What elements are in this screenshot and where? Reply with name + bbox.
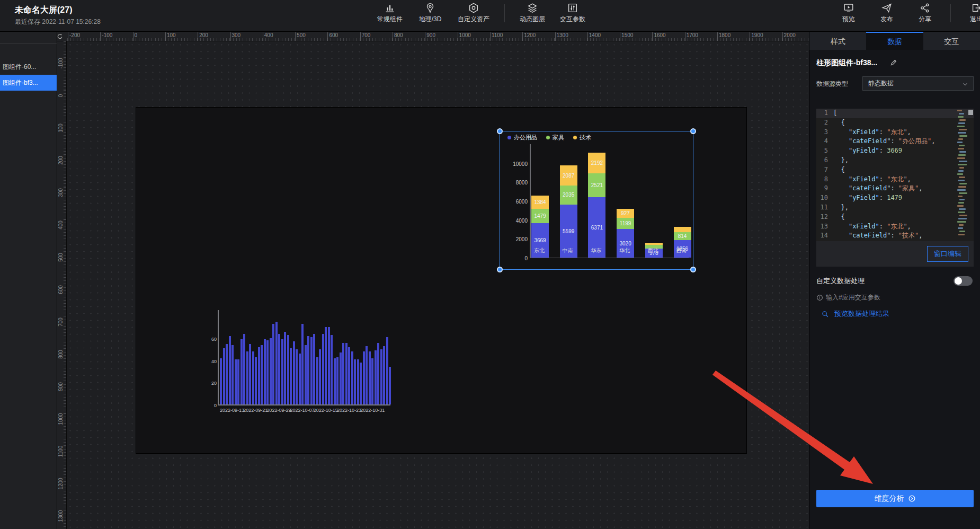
v-ruler-label: 800 [58,348,64,361]
resize-handle-top-right[interactable] [690,128,696,134]
resize-handle-bottom-left[interactable] [497,267,503,272]
x-tick-label: 华东 [582,247,610,254]
line-number: 9 [816,184,833,193]
time-bar [299,354,301,404]
interaction-hint: 输入#应用交互参数 [816,293,880,302]
preview-result-link[interactable]: 预览数据处理结果 [821,309,889,319]
bar-segment: 2521 [588,173,605,197]
time-bar [296,349,298,404]
code-line: 2 { [816,118,974,128]
code-line: 12 { [816,213,974,222]
chart-bar-icon [384,2,396,14]
minimap-line [958,132,966,134]
datasource-type-label: 数据源类型 [816,80,848,89]
h-ruler-label: 200 [199,32,208,38]
toolbar-label: 交互参数 [560,15,585,24]
action-preview[interactable]: 预览 [836,2,861,24]
time-bar [275,322,278,404]
time-bar [377,343,379,404]
bar-segment: 1199 [617,218,634,229]
dimension-analysis-button[interactable]: 维度分析 [816,490,974,507]
time-bar [270,338,272,404]
action-share[interactable]: 分享 [912,2,938,24]
bar-segment: 2087 [560,165,577,185]
minimap-line [958,196,963,197]
minimap-line [957,157,965,159]
v-ruler-label: 0 [58,90,64,102]
time-bar [310,337,313,404]
tool-chart-bar[interactable]: 常规组件 [377,2,403,24]
time-bar [351,351,353,404]
datasource-type-select[interactable]: 静态数据 [862,76,974,91]
time-bar [375,350,377,404]
static-data-code-editor[interactable]: 1[2 {3 "xField": "东北",4 "cateField": "办公… [816,109,974,241]
editor-scrollbar-thumb[interactable] [968,110,973,115]
window-edit-button[interactable]: 窗口编辑 [927,246,968,262]
time-bar [229,336,231,404]
stacked-bar-chart-component[interactable]: 办公用品家具技术 0200040006000800010000 36691479… [500,131,693,269]
minimap-line [959,151,966,153]
time-bar [290,348,292,404]
publish-icon [881,2,893,14]
action-exit[interactable]: 退出 [964,2,980,24]
x-tick-label: 东北 [525,247,554,254]
artboard[interactable]: 办公用品家具技术 0200040006000800010000 36691479… [136,108,746,453]
minimap-line [959,113,964,114]
minimap-line [957,173,963,175]
time-bar [249,344,251,404]
line-number: 7 [816,165,833,175]
resize-handle-top-left[interactable] [497,128,503,134]
line-number: 11 [816,203,833,213]
time-bar [307,336,309,404]
map-pin-icon [424,2,436,14]
h-ruler-label: 1500 [621,32,633,38]
minimap-line [959,177,965,178]
time-bar [226,344,228,404]
h-ruler-label: 1800 [719,32,730,38]
code-line: 13 "xField": "东北", [816,222,974,232]
chevron-down-icon [961,80,969,93]
minimap-line [957,205,964,207]
x-tick-label: 中南 [554,247,582,254]
time-bar [371,358,373,404]
h-ruler-label: 900 [426,32,435,38]
code-line: 6 }, [816,156,974,165]
tool-map-pin[interactable]: 地理/3D [417,2,443,24]
x-tick-label: 2022-10-31 [360,408,385,413]
minimap-line [958,170,964,172]
h-ruler-label: 800 [394,32,403,38]
editor-canvas[interactable]: 办公用品家具技术 0200040006000800010000 36691479… [67,41,809,529]
time-bar [261,345,263,404]
legend-item: 技术 [573,134,591,142]
tab-交互[interactable]: 交互 [923,32,980,50]
tool-layers[interactable]: 动态图层 [520,2,545,24]
toolbar-divider [504,4,505,22]
layer-item[interactable]: 图组件-bf3... [0,75,57,91]
time-bar [301,324,304,404]
code-line: 8 "xField": "东北", [816,175,974,184]
resize-handle-bottom-right[interactable] [690,267,696,272]
line-number: 1 [816,109,833,118]
time-bar [342,343,344,404]
time-bar [255,357,257,404]
time-bar [331,335,333,404]
rename-pencil-icon[interactable] [890,59,897,68]
tab-样式[interactable]: 样式 [809,32,866,50]
toolbar-label: 发布 [880,15,893,24]
bar-segment: 2035 [560,186,577,205]
share-icon [919,2,931,14]
time-series-bar-chart-component[interactable]: 0204060 2022-09-132022-09-212022-09-2920… [210,309,401,415]
bar-segment: 814 [674,232,691,240]
action-publish[interactable]: 发布 [874,2,899,24]
chart-plot-area: 3669147913845599203520876371252121923020… [530,144,689,258]
code-line: 3 "xField": "东北", [816,128,974,137]
custom-processing-toggle[interactable] [954,276,973,286]
minimap-line [959,215,967,216]
x-tick-label: 2022-10-15 [314,408,338,413]
legend-dot [546,136,550,139]
layer-item[interactable]: 图组件-60... [0,59,57,75]
tool-hexagon[interactable]: 自定义资产 [458,2,489,24]
tool-sliders[interactable]: 交互参数 [560,2,585,24]
time-bar [278,334,280,404]
tab-数据[interactable]: 数据 [866,32,923,50]
